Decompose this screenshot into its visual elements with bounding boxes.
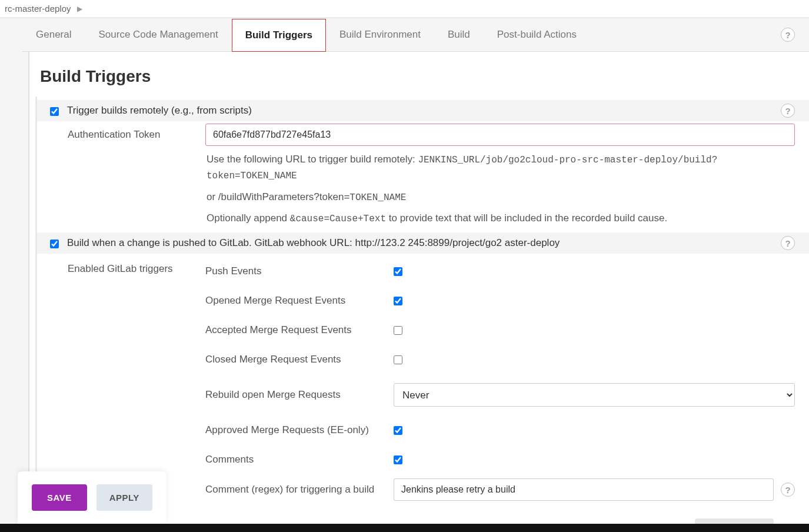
closed-mr-checkbox[interactable]	[394, 355, 402, 364]
trigger-remote-row: Trigger builds remotely (e.g., from scri…	[37, 100, 809, 121]
rebuild-mr-select[interactable]: Never	[394, 383, 795, 407]
opened-mr-label: Opened Merge Request Events	[205, 295, 394, 307]
help-icon[interactable]: ?	[781, 104, 795, 118]
help-icon[interactable]: ?	[781, 483, 795, 497]
breadcrumb: rc-master-deploy ▶	[0, 0, 809, 18]
comment-regex-row: Comment (regex) for triggering a build ?	[205, 474, 795, 506]
gitlab-trigger-label: Build when a change is pushed to GitLab.…	[67, 237, 560, 249]
help-icon[interactable]: ?	[781, 28, 795, 42]
comments-row: Comments	[205, 449, 795, 474]
section-title: Build Triggers	[29, 52, 809, 97]
breadcrumb-item[interactable]: rc-master-deploy	[5, 4, 71, 14]
floating-actions: SAVE APPLY	[18, 471, 167, 524]
comment-regex-label: Comment (regex) for triggering a build	[205, 484, 394, 496]
closed-mr-label: Closed Merge Request Events	[205, 354, 394, 365]
tab-scm[interactable]: Source Code Management	[85, 18, 231, 51]
remote-hint-3: Optionally append &cause=Cause+Text to p…	[37, 207, 809, 229]
build-triggers-block: Trigger builds remotely (e.g., from scri…	[35, 97, 809, 532]
chevron-right-icon: ▶	[77, 5, 82, 13]
remote-hint-1: Use the following URL to trigger build r…	[37, 148, 809, 186]
trigger-remote-checkbox[interactable]	[50, 107, 59, 116]
tab-build[interactable]: Build	[434, 18, 484, 51]
tab-build-environment[interactable]: Build Environment	[326, 18, 434, 51]
accepted-mr-row: Accepted Merge Request Events	[205, 320, 795, 349]
gitlab-trigger-checkbox[interactable]	[50, 240, 59, 248]
approved-mr-checkbox[interactable]	[394, 426, 402, 435]
gitlab-triggers-label: Enabled GitLab triggers	[68, 261, 205, 506]
tab-general[interactable]: General	[22, 18, 85, 51]
comment-regex-input[interactable]	[394, 478, 774, 501]
approved-mr-row: Approved Merge Requests (EE-only)	[205, 420, 795, 449]
auth-token-row: Authentication Token	[37, 121, 809, 148]
push-events-row: Push Events	[205, 261, 795, 290]
save-button[interactable]: SAVE	[32, 484, 87, 511]
tab-post-build[interactable]: Post-build Actions	[484, 18, 590, 51]
accepted-mr-label: Accepted Merge Request Events	[205, 324, 394, 336]
accepted-mr-checkbox[interactable]	[394, 326, 402, 335]
rebuild-mr-label: Rebuild open Merge Requests	[205, 389, 394, 401]
gitlab-triggers-group: Enabled GitLab triggers Push Events Open…	[37, 254, 809, 508]
comments-label: Comments	[205, 454, 394, 466]
opened-mr-checkbox[interactable]	[394, 297, 402, 305]
rebuild-mr-row: Rebuild open Merge Requests Never	[205, 378, 795, 420]
auth-token-label: Authentication Token	[68, 129, 205, 141]
config-content: Build Triggers Trigger builds remotely (…	[28, 52, 809, 532]
auth-token-input[interactable]	[205, 124, 795, 146]
push-events-label: Push Events	[205, 265, 394, 277]
opened-mr-row: Opened Merge Request Events	[205, 290, 795, 320]
apply-button[interactable]: APPLY	[96, 484, 152, 511]
help-icon[interactable]: ?	[781, 236, 795, 250]
config-tabs: General Source Code Management Build Tri…	[22, 18, 809, 52]
push-events-checkbox[interactable]	[394, 267, 402, 276]
remote-hint-2: or /buildWithParameters?token=TOKEN_NAME	[37, 186, 809, 208]
closed-mr-row: Closed Merge Request Events	[205, 349, 795, 378]
approved-mr-label: Approved Merge Requests (EE-only)	[205, 424, 394, 436]
trigger-remote-label: Trigger builds remotely (e.g., from scri…	[67, 105, 252, 117]
comments-checkbox[interactable]	[394, 455, 402, 464]
tab-build-triggers[interactable]: Build Triggers	[232, 19, 326, 52]
gitlab-trigger-row: Build when a change is pushed to GitLab.…	[37, 232, 809, 254]
bottom-bar	[0, 524, 809, 532]
